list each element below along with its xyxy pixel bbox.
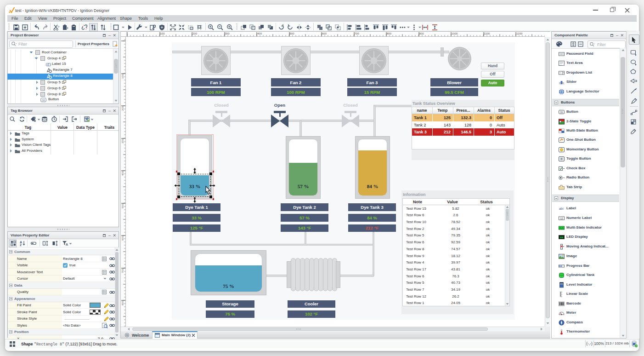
svg-text:2: 2 <box>20 243 22 247</box>
svg-text:OK: OK <box>560 111 563 114</box>
svg-text:abc: abc <box>559 207 564 210</box>
svg-text:A: A <box>66 243 68 246</box>
svg-text:RUN: RUN <box>559 227 564 230</box>
svg-text:OK: OK <box>42 99 45 102</box>
svg-text:12: 12 <box>560 217 563 220</box>
svg-text:88: 88 <box>560 236 564 239</box>
